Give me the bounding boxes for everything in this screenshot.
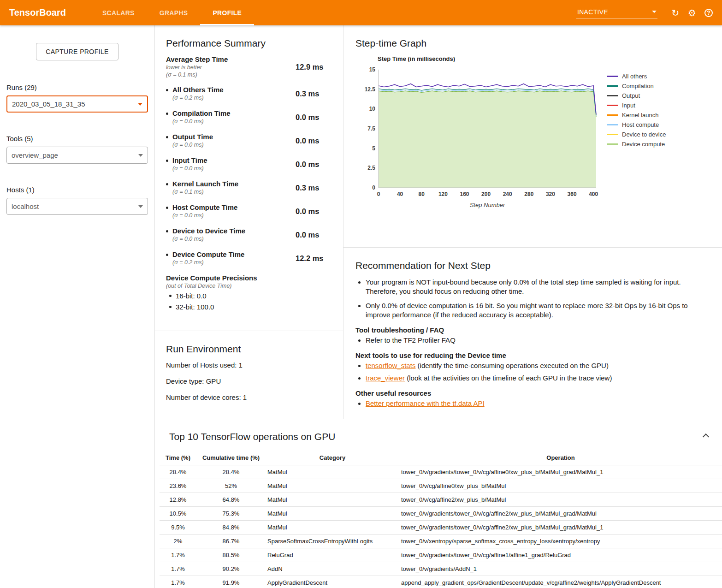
- cell-time: 1.7%: [160, 548, 196, 562]
- metric-value: 0.3 ms: [296, 89, 319, 98]
- collapse-chevron-icon[interactable]: [703, 434, 709, 440]
- gear-icon[interactable]: ⚙: [685, 6, 699, 20]
- precision-value: 32-bit: 100.0: [176, 303, 214, 311]
- cell-operation: tower_0/v/gradients/tower_0/v/cg/affine2…: [399, 507, 722, 521]
- legend-label: Kernel launch: [622, 112, 659, 119]
- cell-category: MatMul: [266, 465, 399, 479]
- header-actions: INACTIVE ↻ ⚙ ?: [576, 0, 716, 25]
- resources-heading: Other useful resources: [355, 389, 710, 397]
- runs-label: Runs (29): [6, 83, 148, 91]
- svg-text:320: 320: [546, 191, 555, 197]
- svg-text:7.5: 7.5: [367, 125, 375, 132]
- tab-graphs[interactable]: GRAPHS: [147, 0, 201, 25]
- average-step-time-note: lower is better: [166, 64, 296, 71]
- legend-label: Device compute: [622, 141, 665, 148]
- legend-item-all-others: All others: [607, 71, 666, 81]
- top-ops-title: Top 10 TensorFlow operations on GPU: [169, 431, 335, 442]
- cell-time: 28.4%: [160, 465, 196, 479]
- resources-list: Better performance with the tf.data API: [355, 399, 710, 408]
- metric-label: Input Time: [172, 156, 207, 165]
- tools-dropdown[interactable]: overview_page: [6, 147, 148, 164]
- table-row: 12.8% 64.8% MatMul tower_0/v/cg/affine2/…: [160, 493, 722, 507]
- metric-all-others: All Others Time (σ = 0.2 ms) 0.3 ms: [166, 86, 332, 101]
- table-row: 10.5% 75.3% MatMul tower_0/v/gradients/t…: [160, 507, 722, 521]
- status-dropdown[interactable]: INACTIVE: [576, 7, 657, 18]
- bullet-icon: [166, 254, 168, 256]
- tensorflow-stats-link[interactable]: tensorflow_stats: [366, 362, 415, 369]
- chevron-down-icon: [138, 154, 143, 157]
- trace-viewer-link[interactable]: trace_viewer: [366, 374, 405, 382]
- bullet-icon: [166, 207, 168, 209]
- metric-output: Output Time (σ = 0.0 ms) 0.0 ms: [166, 133, 332, 148]
- metric-label: Output Time: [172, 133, 213, 141]
- bullet-icon: [166, 160, 168, 162]
- metric-value: 0.0 ms: [296, 160, 319, 169]
- performance-summary-title: Performance Summary: [166, 38, 332, 49]
- average-step-time-value: 12.9 ms: [296, 63, 324, 71]
- metric-label: Compilation Time: [172, 109, 231, 118]
- bullet-icon: [166, 113, 168, 115]
- svg-text:200: 200: [481, 191, 491, 197]
- cell-cumulative: 64.8%: [196, 493, 266, 507]
- tfdata-performance-link[interactable]: Better performance with the tf.data API: [366, 399, 485, 407]
- recommendation-bullet: Only 0.0% of device computation is 16 bi…: [366, 301, 710, 320]
- metric-value: 0.0 ms: [296, 113, 319, 122]
- average-step-time: Average Step Time lower is better (σ = 0…: [166, 55, 332, 78]
- runs-dropdown[interactable]: 2020_03_05_18_31_35: [6, 95, 148, 113]
- legend-swatch: [607, 95, 618, 96]
- legend-item-kernel-launch: Kernel launch: [607, 110, 666, 120]
- metric-sigma: (σ = 0.1 ms): [172, 188, 296, 196]
- cell-category: SparseSoftmaxCrossEntropyWithLogits: [266, 535, 399, 548]
- cell-cumulative: 88.5%: [196, 548, 266, 562]
- metric-sigma: (σ = 0.0 ms): [172, 212, 296, 219]
- cell-time: 23.6%: [160, 479, 196, 493]
- metric-sigma: (σ = 0.0 ms): [172, 165, 296, 172]
- hosts-dropdown[interactable]: localhost: [6, 198, 148, 215]
- legend-swatch: [607, 85, 618, 87]
- svg-text:160: 160: [460, 191, 469, 197]
- bullet-icon: [166, 89, 168, 91]
- legend-item-output: Output: [607, 91, 666, 101]
- metric-sigma: (σ = 0.0 ms): [172, 235, 296, 243]
- chart-legend: All others Compilation Output Input Kern…: [607, 71, 666, 214]
- svg-text:12.5: 12.5: [365, 86, 376, 93]
- nav-tabs: SCALARS GRAPHS PROFILE: [90, 0, 254, 25]
- capture-profile-button[interactable]: CAPTURE PROFILE: [36, 43, 118, 60]
- reload-icon[interactable]: ↻: [669, 6, 682, 20]
- col-category: Category: [266, 451, 399, 465]
- env-device-type: Device type: GPU: [166, 377, 332, 385]
- recommendation-panel: Recommendation for Next Step Your progra…: [343, 248, 722, 419]
- svg-text:2.5: 2.5: [367, 165, 375, 171]
- average-step-time-label: Average Step Time: [166, 55, 296, 64]
- cell-cumulative: 28.4%: [196, 465, 266, 479]
- cell-operation: tower_0/v/cg/affine0/xw_plus_b/MatMul: [399, 479, 722, 493]
- env-hosts: Number of Hosts used: 1: [166, 361, 332, 369]
- precision-32bit: 32-bit: 100.0: [169, 303, 332, 311]
- bullet-icon: [169, 295, 172, 297]
- env-device-cores: Number of device cores: 1: [166, 393, 332, 401]
- legend-label: Host compute: [622, 121, 659, 128]
- metric-host-compute: Host Compute Time (σ = 0.0 ms) 0.0 ms: [166, 203, 332, 219]
- metric-value: 0.0 ms: [296, 137, 319, 145]
- chart-title: Step Time (in milliseconds): [378, 55, 710, 62]
- cell-operation: tower_0/v/gradients/tower_0/v/cg/affine1…: [399, 548, 722, 562]
- cell-time: 2%: [160, 535, 196, 548]
- tab-profile[interactable]: PROFILE: [200, 0, 254, 25]
- tools-dropdown-value: overview_page: [12, 151, 58, 159]
- tab-scalars[interactable]: SCALARS: [90, 0, 147, 25]
- bullet-icon: [166, 136, 168, 138]
- cell-time: 10.5%: [160, 507, 196, 521]
- recommendation-bullets: Your program is NOT input-bound because …: [355, 278, 710, 320]
- metric-value: 0.3 ms: [296, 184, 319, 192]
- legend-swatch: [607, 76, 618, 77]
- legend-item-device-to-device: Device to device: [607, 130, 666, 139]
- metric-label: Kernel Launch Time: [172, 180, 238, 188]
- run-environment-title: Run Environment: [166, 344, 332, 355]
- help-icon-glyph: ?: [704, 9, 713, 17]
- step-time-chart[interactable]: 02.557.51012.515040801201602002402803203…: [361, 65, 601, 214]
- recommendation-title: Recommendation for Next Step: [355, 260, 710, 271]
- top-area: Performance Summary Average Step Time lo…: [155, 25, 722, 419]
- cell-operation: append_apply_gradient_ops/GradientDescen…: [399, 576, 722, 588]
- help-icon[interactable]: ?: [702, 6, 716, 20]
- col-operation: Operation: [399, 451, 722, 465]
